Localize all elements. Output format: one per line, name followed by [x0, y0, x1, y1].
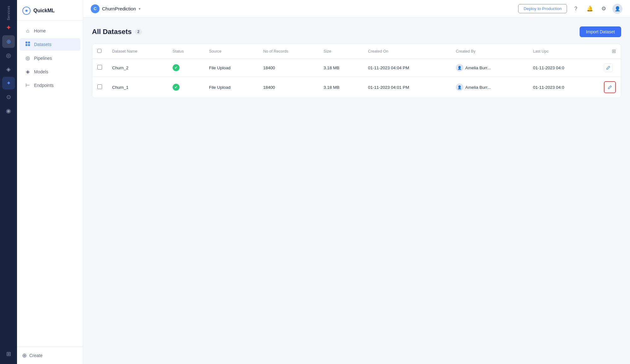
- header-right: Deploy to Production ? 🔔 ⚙ 👤: [518, 4, 622, 14]
- quickml-logo-icon: [22, 6, 31, 15]
- row-checkbox-churn1: [92, 77, 107, 98]
- endpoints-icon: ⊢: [25, 82, 31, 88]
- deploy-to-production-button[interactable]: Deploy to Production: [518, 4, 567, 13]
- svg-rect-3: [28, 42, 30, 43]
- sidebar-item-home-label: Home: [34, 28, 46, 33]
- services-rail: Services ✦ ⊕ ◎ ◈ ✦ ⊙ ◉ ⊞: [0, 0, 17, 364]
- records-churn1: 18400: [258, 77, 318, 98]
- table-row: Churn_2 ✔ File Upload 18400 3.18 MB 01-1…: [92, 59, 621, 77]
- size-churn1: 3.18 MB: [318, 77, 363, 98]
- services-label: Services: [7, 6, 10, 20]
- home-icon: ⌂: [25, 28, 31, 34]
- rail-icon-2[interactable]: ◎: [2, 49, 15, 62]
- created-by-churn1: 👤 Amelia Burr...: [451, 77, 528, 98]
- header-left: C ChurnPrediction ▾: [91, 4, 140, 13]
- settings-button[interactable]: ⚙: [598, 4, 609, 14]
- th-created-by: Created By: [451, 44, 528, 59]
- svg-rect-5: [28, 44, 30, 46]
- edit-button-churn2[interactable]: [604, 63, 613, 72]
- actions-churn1: [599, 77, 621, 98]
- bell-icon: 🔔: [587, 5, 593, 12]
- datasets-table: Dataset Name Status Source No of Records: [92, 44, 621, 98]
- project-dropdown-chevron[interactable]: ▾: [139, 7, 140, 11]
- actions-churn2: [599, 59, 621, 77]
- th-actions: ⊞: [599, 44, 621, 59]
- rail-icon-7[interactable]: ⊞: [2, 348, 15, 360]
- th-checkbox: [92, 44, 107, 59]
- gear-icon: ⚙: [601, 5, 606, 12]
- sidebar-item-models-label: Models: [34, 69, 48, 74]
- th-dataset-name: Dataset Name: [107, 44, 168, 59]
- rail-icon-3[interactable]: ◈: [2, 63, 15, 76]
- dataset-name-churn1[interactable]: Churn_1: [107, 77, 168, 98]
- page-title-row: All Datasets 2: [92, 28, 142, 36]
- create-plus-icon: ⊕: [22, 352, 27, 359]
- created-on-churn2: 01-11-2023 04:04 PM: [363, 59, 451, 77]
- last-updated-churn2: 01-11-2023 04:0: [528, 59, 599, 77]
- status-active-icon-churn1: ✔: [173, 84, 180, 91]
- source-churn1: File Upload: [204, 77, 258, 98]
- edit-button-churn1[interactable]: [605, 83, 614, 92]
- row-select-checkbox-churn1[interactable]: [97, 84, 102, 89]
- help-button[interactable]: ?: [571, 4, 581, 14]
- select-all-checkbox[interactable]: [97, 49, 101, 53]
- project-name: ChurnPrediction: [102, 6, 136, 11]
- row-checkbox-churn2: [92, 59, 107, 77]
- rail-icon-4[interactable]: ✦: [2, 77, 15, 89]
- dataset-count-badge: 2: [135, 29, 142, 35]
- th-records: No of Records: [258, 44, 318, 59]
- rail-icon-6[interactable]: ◉: [2, 105, 15, 117]
- sidebar-nav: ⌂ Home Datasets ◎ Pipelines ◈ Models ⊢ E…: [17, 20, 83, 347]
- sidebar-item-home[interactable]: ⌂ Home: [20, 25, 80, 37]
- th-size: Size: [318, 44, 363, 59]
- sidebar-item-datasets[interactable]: Datasets: [20, 38, 80, 51]
- page-title: All Datasets: [92, 28, 132, 36]
- app-name: QuickML: [33, 8, 55, 14]
- th-source: Source: [204, 44, 258, 59]
- created-by-churn2: 👤 Amelia Burr...: [451, 59, 528, 77]
- sidebar-item-models[interactable]: ◈ Models: [20, 65, 80, 78]
- header: C ChurnPrediction ▾ Deploy to Production…: [83, 0, 630, 18]
- th-status: Status: [168, 44, 204, 59]
- project-icon: C: [91, 4, 100, 13]
- table-header: Dataset Name Status Source No of Records: [92, 44, 621, 59]
- sidebar: QuickML ⌂ Home Datasets ◎ Pipelines ◈ Mo…: [17, 0, 83, 364]
- create-button[interactable]: ⊕ Create: [22, 352, 78, 359]
- status-active-icon-churn2: ✔: [173, 64, 180, 71]
- avatar-icon: 👤: [615, 6, 621, 12]
- datasets-icon: [25, 41, 31, 48]
- records-churn2: 18400: [258, 59, 318, 77]
- svg-rect-4: [26, 44, 27, 46]
- dataset-name-churn2[interactable]: Churn_2: [107, 59, 168, 77]
- pipelines-icon: ◎: [25, 55, 31, 61]
- sidebar-item-endpoints-label: Endpoints: [34, 83, 54, 88]
- status-churn1: ✔: [168, 77, 204, 98]
- user-avatar-small-churn1: 👤: [456, 83, 463, 91]
- rail-icon-5[interactable]: ⊙: [2, 91, 15, 103]
- create-label: Create: [29, 353, 43, 358]
- last-updated-churn1: 01-11-2023 04:0: [528, 77, 599, 98]
- th-created-on: Created On: [363, 44, 451, 59]
- edit-button-highlight-wrapper: [604, 81, 616, 93]
- table-body: Churn_2 ✔ File Upload 18400 3.18 MB 01-1…: [92, 59, 621, 98]
- user-avatar-small-churn2: 👤: [456, 64, 463, 71]
- page-body: All Datasets 2 Import Dataset Dataset Na…: [83, 18, 630, 364]
- notifications-button[interactable]: 🔔: [585, 4, 595, 14]
- svg-rect-2: [26, 42, 27, 43]
- sidebar-item-pipelines[interactable]: ◎ Pipelines: [20, 52, 80, 64]
- sidebar-logo: QuickML: [17, 0, 83, 20]
- source-churn2: File Upload: [204, 59, 258, 77]
- rail-icon-logo[interactable]: ✦: [2, 21, 15, 34]
- row-select-checkbox-churn2[interactable]: [97, 65, 102, 70]
- column-manager-icon[interactable]: ⊞: [612, 48, 616, 54]
- th-last-updated: Last Upc: [528, 44, 599, 59]
- rail-icon-1[interactable]: ⊕: [2, 35, 15, 48]
- sidebar-item-endpoints[interactable]: ⊢ Endpoints: [20, 79, 80, 91]
- sidebar-item-datasets-label: Datasets: [34, 42, 51, 47]
- user-avatar[interactable]: 👤: [612, 4, 622, 14]
- page-header: All Datasets 2 Import Dataset: [92, 26, 621, 37]
- import-dataset-button[interactable]: Import Dataset: [580, 26, 621, 37]
- svg-point-1: [26, 10, 27, 12]
- models-icon: ◈: [25, 69, 31, 75]
- size-churn2: 3.18 MB: [318, 59, 363, 77]
